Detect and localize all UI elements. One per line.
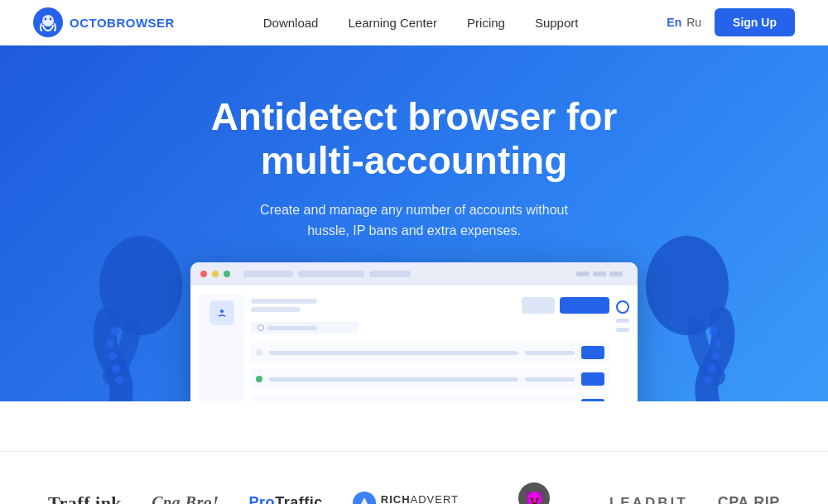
svg-point-5 xyxy=(110,327,118,335)
logo-text: OCTOBROWSER xyxy=(70,16,175,30)
partner-leadbit: LEADBIT xyxy=(609,495,688,505)
nav-download[interactable]: Download xyxy=(263,16,319,30)
svg-point-7 xyxy=(108,352,117,360)
bandicsmile-icon: 😈 xyxy=(518,482,550,505)
lang-en[interactable]: En xyxy=(667,16,681,29)
tentacle-left-decoration xyxy=(83,236,199,401)
svg-point-8 xyxy=(112,364,120,372)
header: OCTOBROWSER Download Learning Center Pri… xyxy=(0,0,828,46)
svg-point-13 xyxy=(711,352,720,360)
hero-title: Antidetect browser for multi-accounting xyxy=(211,95,618,183)
svg-point-3 xyxy=(50,18,52,21)
hero-subtitle: Create and manage any number of accounts… xyxy=(240,199,588,242)
nav-pricing[interactable]: Pricing xyxy=(467,16,505,30)
partner-bandicsmile: 😈 BANDICSMILE xyxy=(518,482,580,505)
richadvert-icon xyxy=(353,492,376,505)
nav-support[interactable]: Support xyxy=(535,16,579,30)
svg-point-14 xyxy=(708,364,716,372)
svg-point-2 xyxy=(45,18,47,21)
nav-learning-center[interactable]: Learning Center xyxy=(348,16,437,30)
main-nav: Download Learning Center Pricing Support xyxy=(263,16,579,30)
partner-cpabro: Cpa Bro! xyxy=(152,493,219,504)
partners-section: Traff.ink Cpa Bro! ProTraffic RICHADVERT… xyxy=(0,451,828,504)
hero-section: Antidetect browser for multi-accounting … xyxy=(0,46,828,401)
language-switcher: En Ru xyxy=(667,16,701,29)
partner-richadvert: RICHADVERTБИРЖА АРБИТРАЖА ТРАФИКА xyxy=(353,492,489,505)
svg-point-17 xyxy=(220,310,224,313)
logo[interactable]: OCTOBROWSER xyxy=(33,7,175,37)
tentacle-right-decoration xyxy=(629,236,745,401)
svg-point-9 xyxy=(115,376,123,384)
octobrowser-logo-icon xyxy=(33,7,63,37)
svg-point-1 xyxy=(42,15,54,26)
browser-mockup xyxy=(190,262,638,401)
header-right: En Ru Sign Up xyxy=(667,8,795,36)
partner-traffink: Traff.ink xyxy=(48,492,122,505)
svg-point-6 xyxy=(106,339,114,348)
partner-cparip: CPA.RIP xyxy=(718,494,780,504)
partner-protraffic: ProTraffic xyxy=(249,494,323,504)
svg-point-15 xyxy=(705,376,713,384)
svg-marker-18 xyxy=(359,497,370,505)
signup-button[interactable]: Sign Up xyxy=(715,8,795,36)
svg-point-12 xyxy=(714,339,722,348)
lang-ru[interactable]: Ru xyxy=(686,16,701,29)
svg-point-11 xyxy=(710,327,718,335)
